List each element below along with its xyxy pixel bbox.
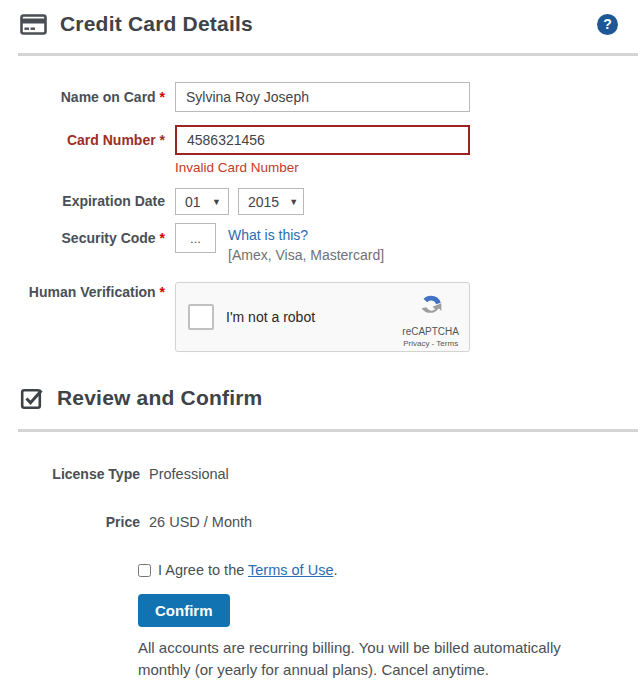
card-brands-hint: [Amex, Visa, Mastercard] <box>228 246 384 265</box>
check-square-icon <box>20 386 44 410</box>
review-section-header: Review and Confirm <box>0 374 638 410</box>
name-on-card-label: Name on Card * <box>0 82 165 105</box>
chevron-down-icon: ▼ <box>289 197 298 207</box>
license-type-row: License Type Professional <box>0 466 638 482</box>
license-type-label: License Type <box>0 466 140 482</box>
recaptcha-brand-name: reCAPTCHA <box>402 326 459 337</box>
security-code-input[interactable] <box>175 223 216 253</box>
page-title: Credit Card Details <box>60 12 253 36</box>
expiration-month-select[interactable]: 01 ▼ <box>175 188 229 215</box>
price-row: Price 26 USD / Month <box>0 514 638 530</box>
name-on-card-input[interactable] <box>175 82 470 112</box>
card-number-label: Card Number * <box>0 125 165 148</box>
terms-agree-checkbox[interactable] <box>138 564 151 577</box>
price-label: Price <box>0 514 140 530</box>
what-is-this-link[interactable]: What is this? <box>228 227 308 243</box>
help-icon[interactable]: ? <box>597 14 618 35</box>
billing-note: All accounts are recurring billing. You … <box>138 637 606 681</box>
section-divider <box>18 429 638 432</box>
name-on-card-row: Name on Card * <box>0 82 638 112</box>
section-divider <box>18 53 638 56</box>
expiration-date-row: Expiration Date 01 ▼ 2015 ▼ <box>0 188 638 215</box>
required-asterisk: * <box>160 284 165 300</box>
expiration-date-label: Expiration Date <box>0 188 165 209</box>
card-number-input[interactable] <box>175 125 470 155</box>
recaptcha-checkbox[interactable] <box>188 304 214 330</box>
recaptcha-privacy-terms[interactable]: Privacy - Terms <box>403 339 458 348</box>
required-asterisk: * <box>160 230 165 246</box>
recaptcha-label: I'm not a robot <box>226 309 402 325</box>
expiration-year-select[interactable]: 2015 ▼ <box>238 188 304 215</box>
terms-agree-text: I Agree to the Terms of Use. <box>158 562 338 578</box>
review-details: License Type Professional Price 26 USD /… <box>0 466 638 681</box>
price-value: 26 USD / Month <box>149 514 252 530</box>
terms-agree-row: I Agree to the Terms of Use. <box>138 562 638 578</box>
card-number-error: Invalid Card Number <box>175 160 470 175</box>
security-code-label: Security Code * <box>0 223 165 246</box>
terms-of-use-link[interactable]: Terms of Use <box>248 562 333 578</box>
payment-page: Credit Card Details ? Name on Card * Car… <box>0 0 638 699</box>
human-verification-label: Human Verification * <box>0 282 165 300</box>
recaptcha-logo-icon <box>416 291 446 325</box>
recaptcha-brand: reCAPTCHA Privacy - Terms <box>402 287 459 348</box>
required-asterisk: * <box>160 132 165 148</box>
human-verification-row: Human Verification * I'm not a robot <box>0 282 638 352</box>
credit-card-form: Name on Card * Card Number * Invalid Car… <box>0 82 638 352</box>
credit-card-icon <box>20 14 47 35</box>
review-title: Review and Confirm <box>57 386 262 410</box>
chevron-down-icon: ▼ <box>212 197 221 207</box>
recaptcha-widget: I'm not a robot reCAPTCHA Privacy - Term… <box>175 282 470 352</box>
credit-card-section-header: Credit Card Details ? <box>0 0 638 36</box>
license-type-value: Professional <box>149 466 229 482</box>
card-number-row: Card Number * Invalid Card Number <box>0 125 638 175</box>
security-code-row: Security Code * What is this? [Amex, Vis… <box>0 223 638 264</box>
confirm-button[interactable]: Confirm <box>138 594 230 627</box>
required-asterisk: * <box>160 89 165 105</box>
